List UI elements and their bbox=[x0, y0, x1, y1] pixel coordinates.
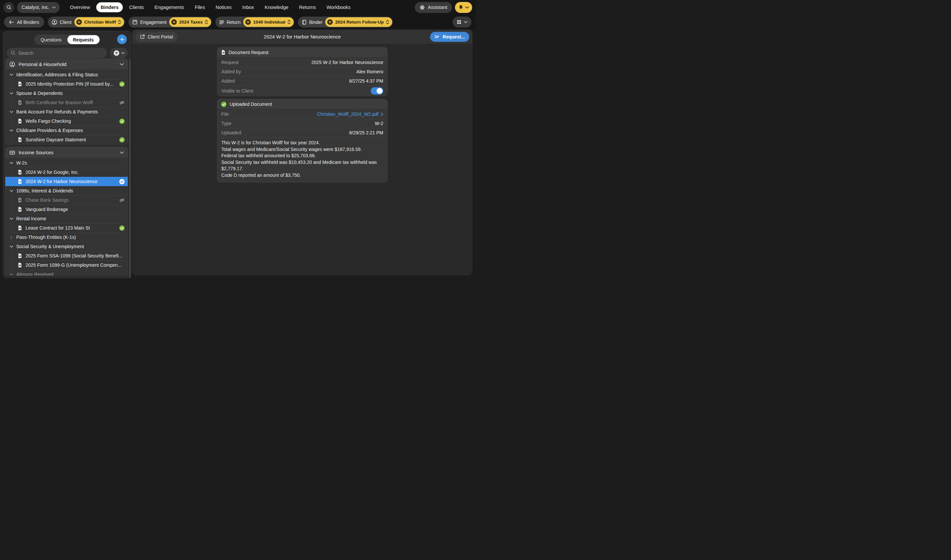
field-added-by: Added by Alex Romero bbox=[217, 67, 387, 76]
layout-view-button[interactable] bbox=[452, 17, 471, 28]
summary-line: Total wages and Medicare/Social Security… bbox=[221, 146, 383, 153]
nav-item-clients[interactable]: Clients bbox=[125, 2, 148, 12]
back-label: All Binders bbox=[17, 20, 39, 25]
field-value: 8/29/25 2:21 PM bbox=[349, 130, 383, 135]
primary-nav: Overview Binders Clients Engagements Fil… bbox=[66, 2, 355, 12]
nav-item-files[interactable]: Files bbox=[191, 2, 209, 12]
request-button-label: Request... bbox=[443, 34, 465, 40]
sidebar-scrollbar[interactable] bbox=[129, 59, 131, 278]
doc-icon bbox=[18, 253, 22, 258]
field-value: 2025 W-2 for Harbor Neuroscience bbox=[311, 60, 383, 65]
field-visible-to-client: Visible to Client bbox=[217, 86, 387, 96]
field-added: Added 8/27/25 4:37 PM bbox=[217, 76, 387, 86]
tree-doc[interactable]: 2024 W-2 for Google, Inc. bbox=[5, 168, 128, 177]
org-switcher[interactable]: Catalyst, Inc. bbox=[17, 2, 60, 13]
notifications-button[interactable] bbox=[455, 2, 472, 13]
doc-icon bbox=[18, 262, 22, 268]
chevron-down-icon bbox=[465, 6, 469, 9]
tab-requests[interactable]: Requests bbox=[67, 35, 100, 44]
nav-item-workbooks[interactable]: Workbooks bbox=[322, 2, 355, 12]
client-filter-value: Christian Wolff bbox=[84, 20, 116, 25]
x-circle-icon[interactable] bbox=[76, 19, 82, 25]
tree-doc-selected[interactable]: 2024 W-2 for Harbor Neuroscience bbox=[5, 177, 128, 186]
check-circle-icon bbox=[119, 225, 125, 231]
tree-doc[interactable]: 2025 Form 1099-G (Unemployment Compen... bbox=[5, 260, 128, 270]
tree-group[interactable]: Bank Account For Refunds & Payments bbox=[5, 107, 128, 117]
engagement-filter-value: 2024 Taxes bbox=[179, 20, 203, 25]
chevron-right-icon[interactable] bbox=[10, 235, 12, 239]
visible-to-client-toggle[interactable] bbox=[371, 87, 383, 95]
bell-icon bbox=[458, 5, 463, 10]
sidebar-search-field[interactable] bbox=[7, 48, 107, 58]
chevron-down-icon[interactable] bbox=[9, 162, 13, 164]
tree-group[interactable]: Spouse & Dependents bbox=[5, 89, 128, 98]
client-portal-button[interactable]: Client Portal bbox=[135, 32, 177, 42]
add-request-button[interactable] bbox=[117, 34, 127, 44]
tree-group[interactable]: Alimony Received bbox=[5, 270, 128, 276]
global-search-button[interactable] bbox=[3, 2, 14, 13]
arrow-left-icon bbox=[9, 20, 14, 24]
request-detail-panel: 2024 W-2 for Harbor Neuroscience Client … bbox=[132, 29, 472, 275]
chevron-down-icon[interactable] bbox=[9, 190, 13, 192]
chevron-down-icon[interactable] bbox=[9, 111, 13, 113]
tree-doc[interactable]: Lease Contract for 123 Main St bbox=[5, 223, 128, 232]
tree-group[interactable]: Identification, Addresses & Filing Statu… bbox=[5, 70, 128, 79]
uploaded-document-header: Uploaded Document bbox=[217, 99, 387, 109]
tree-group[interactable]: 1099s, Interest & Dividends bbox=[5, 186, 128, 195]
tree-doc[interactable]: Vanguard Brokerage bbox=[5, 205, 128, 214]
x-circle-icon[interactable] bbox=[171, 19, 177, 25]
tree-doc[interactable]: Wells Fargo Checking bbox=[5, 117, 128, 126]
tree-group-collapsed[interactable]: Pass-Through Entities (K-1s) bbox=[5, 232, 128, 242]
field-request: Request 2025 W-2 for Harbor Neuroscience bbox=[217, 58, 387, 67]
tree-doc-hidden[interactable]: Birth Certificate for Braxton Wolff bbox=[5, 98, 128, 107]
x-circle-icon[interactable] bbox=[245, 19, 251, 25]
x-circle-icon[interactable] bbox=[327, 19, 333, 25]
chevron-down-icon[interactable] bbox=[9, 218, 13, 220]
request-action-button[interactable]: Request... bbox=[430, 32, 469, 42]
section-header-personal[interactable]: Personal & Household bbox=[5, 59, 128, 70]
check-circle-icon bbox=[119, 137, 125, 143]
tree-doc[interactable]: 2025 Identity Protection PIN (If issued … bbox=[5, 79, 128, 89]
summary-line: Social Security tax withheld was $10,453… bbox=[221, 159, 383, 172]
uploaded-document-card: Uploaded Document File Christian_Wolff_2… bbox=[217, 99, 388, 183]
all-binders-back-button[interactable]: All Binders bbox=[4, 17, 44, 28]
filter-button[interactable] bbox=[110, 48, 128, 58]
tree-doc-hidden[interactable]: Chase Bank Savings bbox=[5, 195, 128, 205]
tree-group[interactable]: W-2s bbox=[5, 158, 128, 168]
doc-icon bbox=[18, 137, 22, 142]
nav-item-engagements[interactable]: Engagements bbox=[150, 2, 188, 12]
tree-group[interactable]: Childcare Providers & Expenses bbox=[5, 126, 128, 135]
doc-icon bbox=[18, 169, 22, 175]
tree-doc[interactable]: 2025 Form SSA-1099 (Social Security Bene… bbox=[5, 251, 128, 260]
field-type: Type W-2 bbox=[217, 119, 387, 128]
binder-filter-chip[interactable]: 2024 Return Follow-Up bbox=[325, 17, 392, 27]
return-filter-group: Return 1040 Individual bbox=[215, 17, 294, 28]
document-request-card: Document Request Request 2025 W-2 for Ha… bbox=[217, 47, 388, 96]
nav-item-notices[interactable]: Notices bbox=[211, 2, 236, 12]
chevron-down-icon[interactable] bbox=[9, 246, 13, 248]
assistant-button[interactable]: Assistant bbox=[415, 2, 452, 13]
section-header-income[interactable]: Income Sources bbox=[5, 147, 128, 158]
client-filter-chip[interactable]: Christian Wolff bbox=[74, 17, 125, 27]
tab-questions[interactable]: Questions bbox=[35, 35, 67, 44]
nav-item-binders[interactable]: Binders bbox=[96, 2, 123, 12]
nav-item-inbox[interactable]: Inbox bbox=[238, 2, 258, 12]
chevron-down-icon[interactable] bbox=[9, 74, 13, 76]
tree-doc[interactable]: Sunshine Daycare Statement bbox=[5, 135, 128, 144]
chevron-down-icon[interactable] bbox=[9, 129, 13, 132]
eye-off-icon bbox=[119, 197, 125, 203]
chevron-down-icon bbox=[464, 21, 468, 23]
search-input[interactable] bbox=[18, 51, 103, 56]
nav-item-returns[interactable]: Returns bbox=[295, 2, 320, 12]
chevron-down-icon[interactable] bbox=[9, 92, 13, 95]
sidebar-search-row bbox=[3, 45, 131, 58]
tree-group[interactable]: Rental Income bbox=[5, 214, 128, 223]
section-income-sources: Income Sources W-2s 2024 W-2 for Google,… bbox=[5, 147, 128, 276]
tree-group[interactable]: Social Security & Unemployment bbox=[5, 242, 128, 251]
file-link[interactable]: Christian_Wolff_2024_W2.pdf bbox=[317, 111, 383, 117]
chevron-down-icon[interactable] bbox=[9, 273, 13, 276]
nav-item-knowledge[interactable]: Knowledge bbox=[260, 2, 293, 12]
return-filter-chip[interactable]: 1040 Individual bbox=[243, 17, 294, 27]
engagement-filter-chip[interactable]: 2024 Taxes bbox=[169, 17, 211, 27]
nav-item-overview[interactable]: Overview bbox=[66, 2, 94, 12]
